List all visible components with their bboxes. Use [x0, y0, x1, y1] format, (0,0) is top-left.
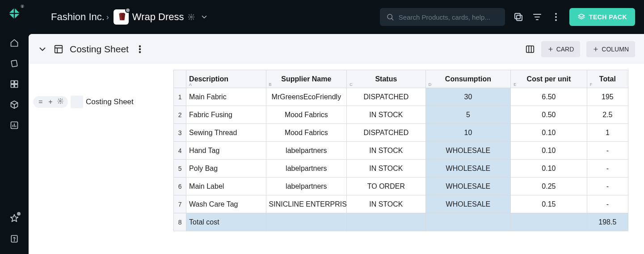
product-title[interactable]: Wrap Dress	[132, 11, 184, 23]
sheet-more-icon[interactable]	[135, 44, 145, 54]
col-header-consumption[interactable]: ConsumptionD	[425, 70, 511, 88]
cell-total[interactable]: 2.5	[587, 106, 628, 124]
cell-description[interactable]: Hand Tag	[186, 142, 266, 160]
cell-total[interactable]: 1	[587, 124, 628, 142]
cell-supplier[interactable]: MrGreensEcoFriendly	[266, 88, 347, 106]
nav-dashboard-icon[interactable]	[6, 76, 22, 92]
cell-total[interactable]: 195	[587, 88, 628, 106]
cell-description[interactable]: Poly Bag	[186, 160, 266, 178]
col-header-total[interactable]: TotalF	[587, 70, 628, 88]
cell-total[interactable]: -	[587, 160, 628, 178]
cell-supplier[interactable]: SINICLINE ENTERPRIS	[266, 195, 347, 213]
cell-empty[interactable]	[511, 213, 587, 231]
product-thumbnail[interactable]	[114, 9, 129, 25]
cell-status[interactable]: IN STOCK	[347, 195, 426, 213]
product-settings-icon[interactable]	[188, 13, 195, 21]
cell-total[interactable]: -	[587, 195, 628, 213]
row-number[interactable]: 6	[174, 178, 186, 195]
cell-empty[interactable]	[425, 213, 511, 231]
tree-item-swatch[interactable]	[71, 96, 83, 108]
cell-consumption[interactable]: WHOLESALE	[425, 195, 511, 213]
table-row[interactable]: 1Main FabricMrGreensEcoFriendlyDISPATCHE…	[174, 88, 628, 106]
cell-cost[interactable]: 0.10	[511, 160, 587, 178]
layout-icon[interactable]	[54, 44, 63, 54]
cell-cost[interactable]: 6.50	[511, 88, 587, 106]
row-number[interactable]: 5	[174, 160, 186, 178]
more-vertical-icon[interactable]	[551, 12, 561, 22]
global-search[interactable]	[380, 8, 505, 26]
cell-description[interactable]: Sewing Thread	[186, 124, 266, 142]
cell-status[interactable]: TO ORDER	[347, 178, 426, 195]
cell-consumption[interactable]: WHOLESALE	[425, 160, 511, 178]
cell-status[interactable]: IN STOCK	[347, 142, 426, 160]
add-column-button[interactable]: COLUMN	[586, 41, 635, 57]
cell-consumption[interactable]: WHOLESALE	[425, 142, 511, 160]
cell-status[interactable]: IN STOCK	[347, 160, 426, 178]
nav-help-icon[interactable]	[6, 231, 22, 247]
cell-status[interactable]: IN STOCK	[347, 106, 426, 124]
corner-cell[interactable]	[174, 70, 186, 88]
cell-consumption[interactable]: WHOLESALE	[425, 178, 511, 195]
table-row[interactable]: 4Hand TaglabelpartnersIN STOCKWHOLESALE0…	[174, 142, 628, 160]
cell-description[interactable]: Wash Care Tag	[186, 195, 266, 213]
nav-package-icon[interactable]	[6, 97, 22, 113]
gear-icon[interactable]	[56, 98, 64, 106]
cell-cost[interactable]: 0.50	[511, 106, 587, 124]
add-icon[interactable]: +	[46, 98, 55, 106]
nav-favorites-icon[interactable]	[6, 210, 22, 226]
columns-view-icon[interactable]	[525, 44, 535, 54]
col-header-status[interactable]: StatusC	[347, 70, 426, 88]
copy-icon[interactable]	[513, 12, 524, 22]
table-row-total[interactable]: 8Total cost198.5	[174, 213, 628, 231]
table-row[interactable]: 3Sewing ThreadMood FabricsDISPATCHED100.…	[174, 124, 628, 142]
col-header-description[interactable]: DescriptionA	[186, 70, 266, 88]
cell-total-label[interactable]: Total cost	[186, 213, 266, 231]
row-number[interactable]: 1	[174, 88, 186, 106]
drag-handle-icon[interactable]: =	[37, 98, 45, 106]
cell-cost[interactable]: 0.10	[511, 124, 587, 142]
cell-description[interactable]: Main Label	[186, 178, 266, 195]
row-number[interactable]: 2	[174, 106, 186, 124]
cell-total[interactable]: -	[587, 178, 628, 195]
collapse-chevron-icon[interactable]	[38, 44, 47, 54]
cell-status[interactable]: DISPATCHED	[347, 88, 426, 106]
cell-empty[interactable]	[347, 213, 426, 231]
table-row[interactable]: 2Fabric FusingMood FabricsIN STOCK50.502…	[174, 106, 628, 124]
cell-description[interactable]: Main Fabric	[186, 88, 266, 106]
nav-analytics-icon[interactable]	[6, 117, 22, 133]
cell-consumption[interactable]: 30	[425, 88, 511, 106]
col-header-cost[interactable]: Cost per unitE	[511, 70, 587, 88]
cell-empty[interactable]	[266, 213, 347, 231]
cell-cost[interactable]: 0.25	[511, 178, 587, 195]
cell-total[interactable]: -	[587, 142, 628, 160]
cell-cost[interactable]: 0.15	[511, 195, 587, 213]
search-input[interactable]	[399, 13, 499, 21]
table-row[interactable]: 6Main LabellabelpartnersTO ORDERWHOLESAL…	[174, 178, 628, 195]
cell-supplier[interactable]: labelpartners	[266, 160, 347, 178]
row-number[interactable]: 3	[174, 124, 186, 142]
tech-pack-button[interactable]: TECH PACK	[569, 8, 635, 26]
cell-supplier[interactable]: Mood Fabrics	[266, 106, 347, 124]
nav-cards-icon[interactable]	[6, 55, 22, 72]
filter-icon[interactable]	[532, 12, 543, 22]
costing-spreadsheet[interactable]: DescriptionA Supplier NameB StatusC Cons…	[173, 70, 628, 231]
cell-supplier[interactable]: Mood Fabrics	[266, 124, 347, 142]
col-header-supplier[interactable]: Supplier NameB	[266, 70, 347, 88]
table-row[interactable]: 7Wash Care TagSINICLINE ENTERPRISIN STOC…	[174, 195, 628, 213]
breadcrumb-org[interactable]: Fashion Inc.	[51, 11, 105, 23]
row-number[interactable]: 7	[174, 195, 186, 213]
cell-status[interactable]: DISPATCHED	[347, 124, 426, 142]
row-number[interactable]: 4	[174, 142, 186, 160]
table-row[interactable]: 5Poly BaglabelpartnersIN STOCKWHOLESALE0…	[174, 160, 628, 178]
tree-item-costing-sheet[interactable]: = + Costing Sheet	[33, 93, 169, 111]
add-card-button[interactable]: CARD	[541, 41, 581, 57]
nav-home-icon[interactable]	[6, 35, 22, 51]
app-logo[interactable]: i	[6, 5, 22, 21]
row-number[interactable]: 8	[174, 213, 186, 231]
cell-cost[interactable]: 0.10	[511, 142, 587, 160]
cell-consumption[interactable]: 5	[425, 106, 511, 124]
cell-consumption[interactable]: 10	[425, 124, 511, 142]
cell-total-value[interactable]: 198.5	[587, 213, 628, 231]
cell-supplier[interactable]: labelpartners	[266, 142, 347, 160]
cell-supplier[interactable]: labelpartners	[266, 178, 347, 195]
